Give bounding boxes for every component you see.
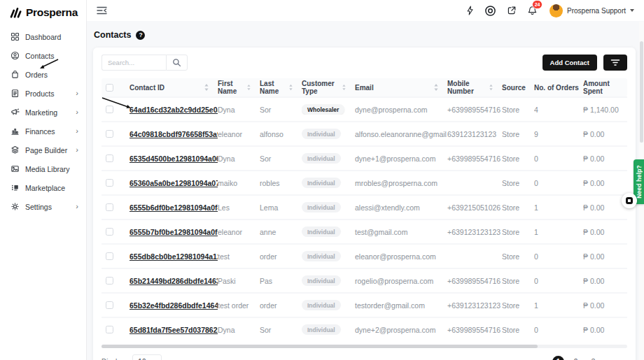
notification-count-badge: 24 [532,0,542,9]
column-header-first-name[interactable]: First Name [218,80,260,95]
vertical-scrollbar-thumb[interactable] [640,41,643,143]
prev-page-button[interactable]: ‹ [544,357,547,360]
sidebar-item-contacts[interactable]: Contacts [0,46,86,65]
contact-id-link[interactable]: 64c09818cbdf976658f53a93 [130,130,218,138]
column-header-mobile-number[interactable]: Mobile Number [447,80,502,95]
first-name-cell: Dyna [218,106,260,114]
sort-icon [289,84,293,91]
orders-cell: 0 [534,277,583,285]
source-cell: Store [502,326,534,334]
sidebar-item-marketing[interactable]: Marketing [0,103,86,122]
customer-type-badge: Individual [302,178,341,188]
select-all-checkbox[interactable] [106,84,113,92]
page-button-1[interactable]: 1 [552,356,564,360]
chat-widget-button[interactable] [622,193,637,208]
row-checkbox[interactable] [106,252,113,260]
row-checkbox[interactable] [106,326,113,333]
contact-id-link[interactable]: 6555b7bf0be12981094a0f50 [130,228,218,236]
row-checkbox[interactable] [106,154,113,162]
add-contact-button[interactable]: Add Contact [542,55,597,71]
email-cell: dyne+1@prosperna.com [355,154,447,163]
horizontal-scrollbar[interactable] [102,345,627,348]
orders-bag-icon [10,70,20,79]
help-icon[interactable]: ? [136,31,145,40]
column-header-source[interactable]: Source [502,84,534,92]
brand-name: Prosperna [26,6,78,19]
display-label: Display : [102,358,128,360]
row-checkbox[interactable] [106,130,113,138]
search-button[interactable] [166,55,188,71]
sidebar-collapse-button[interactable] [97,6,107,15]
contact-id-link[interactable]: 65d81fda7f5ee57d037862bb [130,326,218,334]
orders-cell: 9 [534,130,583,138]
customer-type-badge: Individual [302,324,341,335]
orders-cell: 0 [534,252,583,261]
notifications-button[interactable]: 24 [527,6,538,16]
column-label: Mobile Number [447,80,489,95]
sidebar-item-media-library[interactable]: Media Library [0,159,86,178]
quick-actions-button[interactable] [466,6,474,15]
sidebar-item-products[interactable]: Products [0,84,86,103]
contact-id-link[interactable]: 6535d4500be12981094a06b6 [130,154,218,163]
contact-id-link[interactable]: 6555b6df0be12981094a0f4a [130,203,218,212]
page-size-select[interactable]: 10 [132,354,162,360]
sidebar-item-orders[interactable]: Orders [0,65,86,84]
row-checkbox[interactable] [106,301,113,309]
sidebar-item-dashboard[interactable]: Dashboard [0,27,86,46]
open-store-button[interactable] [507,6,517,15]
row-checkbox[interactable] [106,228,113,236]
dashboard-grid-icon [10,32,20,41]
contact-id-link[interactable]: 64ad16cd32ab2c9dd25e0a3c [130,106,218,114]
card-footer: Display : 10 ‹ 1 2 3 › [93,348,636,360]
amount-cell: ₱ 0.00 [583,154,627,163]
marketing-megaphone-icon [10,108,20,117]
column-header-contact-id[interactable]: Contact ID [130,84,218,92]
row-checkbox[interactable] [106,277,113,285]
page-button-3[interactable]: 3 [587,356,599,360]
sidebar-item-page-builder[interactable]: Page Builder [0,141,86,159]
sidebar-item-label: Finances [25,127,55,136]
contact-id-link[interactable]: 65b21449bd286dbdfe1463ac [130,277,218,285]
sidebar-item-label: Media Library [25,165,70,173]
customer-type-badge: Individual [302,226,341,237]
contact-id-link[interactable]: 655db8cb0be12981094a1224 [130,252,218,261]
main-content: Contacts ? Add Contact [87,21,644,360]
orders-cell: 4 [534,106,583,114]
row-checkbox[interactable] [106,106,113,113]
row-checkbox[interactable] [106,179,113,187]
sidebar-item-marketplace[interactable]: Marketplace [0,178,86,197]
filter-button[interactable] [603,55,627,71]
horizontal-scrollbar-thumb[interactable] [102,345,538,348]
mobile-cell: +639123123123 [447,301,502,310]
mobile-cell: +639989554716 [447,277,502,285]
last-name-cell: robles [260,179,302,187]
account-menu[interactable]: Prosperna Support [550,4,634,17]
column-header-customer-type[interactable]: Customer Type [302,80,355,95]
row-checkbox[interactable] [106,203,113,211]
sidebar-item-settings[interactable]: Settings [0,197,86,216]
column-header-last-name[interactable]: Last Name [260,80,302,95]
sidebar-item-label: Settings [25,203,52,211]
mobile-cell: +639989554716 [447,154,502,163]
contacts-person-icon [10,51,20,60]
contact-id-link[interactable]: 65360a5a0be12981094a0754 [130,179,218,187]
amount-cell: ₱ 0.00 [583,301,627,310]
sidebar-item-finances[interactable]: Finances [0,122,86,141]
sidebar-item-label: Page Builder [25,146,67,154]
source-cell: Store [502,154,534,163]
page-button-2[interactable]: 2 [570,356,582,360]
mobile-cell: +639989554716 [447,326,502,334]
brand-logo[interactable]: Prosperna [0,0,86,27]
last-name-cell: Sor [260,106,302,114]
source-cell: Store [502,252,534,261]
contact-id-link[interactable]: 65b32e4fbd286dbdfe146458 [130,301,218,310]
next-page-button[interactable]: › [605,357,608,360]
amount-cell: ₱ 0.00 [583,130,627,138]
last-name-cell: order [260,252,302,261]
updates-button[interactable] [484,5,496,17]
avatar [550,4,563,17]
column-header-email[interactable]: Email [355,84,447,92]
page-header: Contacts ? [87,21,644,40]
search-input[interactable] [102,55,166,71]
source-cell: Store [502,179,534,187]
